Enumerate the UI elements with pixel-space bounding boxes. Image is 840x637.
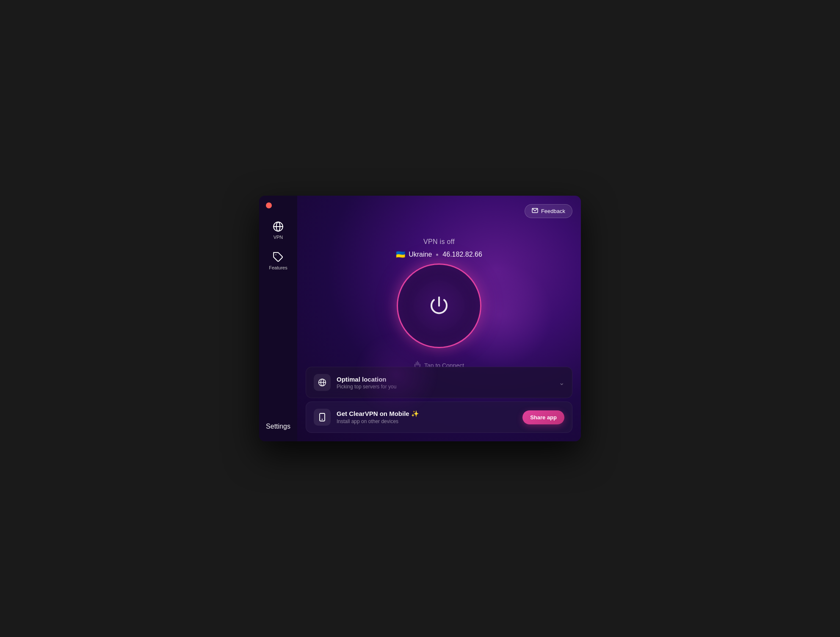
country-flag: 🇺🇦: [396, 250, 405, 259]
vpn-status-area: VPN is off 🇺🇦 Ukraine 46.182.82.66: [297, 238, 581, 259]
country-name: Ukraine: [409, 251, 432, 258]
sidebar-item-settings-label: Settings: [266, 423, 290, 430]
location-card[interactable]: Optimal location Picking top servers for…: [306, 367, 572, 398]
location-card-text: Optimal location Picking top servers for…: [337, 376, 553, 390]
location-card-title: Optimal location: [337, 376, 553, 383]
phone-icon: [318, 413, 326, 421]
dot-separator: [436, 254, 438, 256]
bottom-cards: Optimal location Picking top servers for…: [306, 367, 572, 433]
sidebar: VPN Features Settings: [259, 196, 297, 441]
app-window: VPN Features Settings: [259, 196, 581, 441]
location-card-icon: [314, 374, 331, 391]
svg-rect-12: [320, 413, 325, 421]
ip-address: 46.182.82.66: [442, 251, 482, 258]
mobile-card-text: Get ClearVPN on Mobile ✨ Install app on …: [337, 410, 517, 424]
mobile-card-icon: [314, 409, 331, 426]
main-content: Feedback VPN is off 🇺🇦 Ukraine 46.182.82…: [297, 196, 581, 441]
vpn-status-text: VPN is off: [423, 238, 455, 246]
vpn-location-row: 🇺🇦 Ukraine 46.182.82.66: [396, 250, 482, 259]
sidebar-item-features-label: Features: [269, 265, 287, 270]
mobile-card-title: Get ClearVPN on Mobile ✨: [337, 410, 517, 418]
traffic-lights: [266, 202, 272, 208]
sidebar-item-features[interactable]: Features: [263, 247, 293, 274]
globe-location-icon: [318, 378, 326, 387]
mobile-card-subtitle: Install app on other devices: [337, 418, 517, 424]
location-card-subtitle: Picking top servers for you: [337, 384, 553, 390]
sidebar-item-settings[interactable]: Settings: [263, 408, 293, 435]
close-button[interactable]: [266, 202, 272, 208]
feedback-button[interactable]: Feedback: [525, 204, 572, 218]
chevron-down-icon: ⌄: [559, 379, 564, 387]
sidebar-item-vpn-label: VPN: [274, 235, 283, 240]
share-app-button[interactable]: Share app: [522, 410, 564, 424]
power-icon: [426, 292, 453, 319]
mobile-card: Get ClearVPN on Mobile ✨ Install app on …: [306, 402, 572, 433]
feedback-label: Feedback: [541, 208, 565, 214]
globe-icon: [273, 221, 284, 232]
puzzle-icon: [273, 252, 284, 263]
mail-icon: [532, 208, 538, 214]
sidebar-item-vpn[interactable]: VPN: [263, 217, 293, 244]
power-button-wrapper: [397, 263, 481, 348]
power-button[interactable]: [397, 263, 481, 348]
